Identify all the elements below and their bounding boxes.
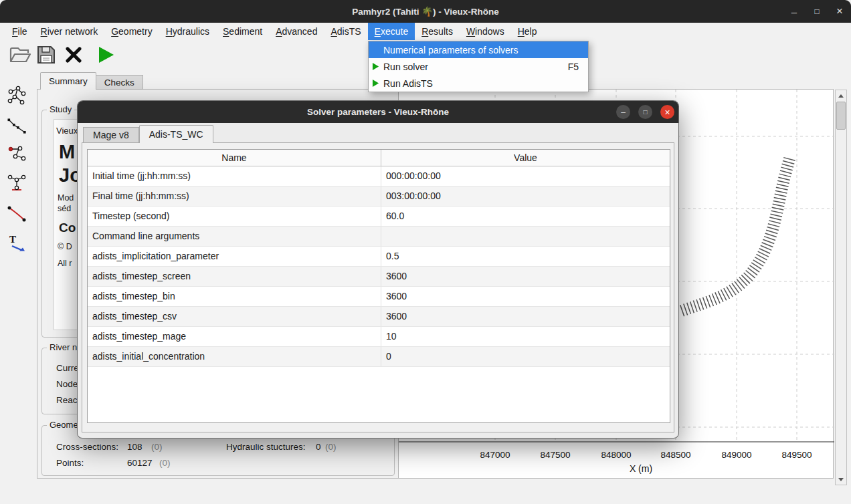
param-row[interactable]: adists_implicitation_parameter0.5: [88, 247, 670, 267]
param-name-cell[interactable]: adists_implicitation_parameter: [88, 247, 381, 266]
maximize-icon[interactable]: □: [806, 0, 828, 23]
dialog-tab-mage-v8[interactable]: Mage v8: [83, 127, 139, 143]
points-label: Points:: [56, 458, 84, 468]
dialog-tab-pane: Name Value Initial time (jj:hh:mm:ss)000…: [82, 142, 674, 432]
nodes-tool[interactable]: [5, 143, 29, 166]
menubar-item-help[interactable]: Help: [511, 23, 544, 40]
param-value-cell[interactable]: 003:00:00:00: [381, 186, 670, 206]
param-value-cell[interactable]: 60.0: [381, 207, 670, 226]
vertical-scrollbar[interactable]: [835, 90, 847, 485]
param-name-cell[interactable]: Command line arguments: [88, 227, 381, 246]
menubar-item-file[interactable]: File: [5, 23, 34, 40]
param-row[interactable]: adists_timestep_csv3600: [88, 307, 670, 327]
menubar-item-windows[interactable]: Windows: [460, 23, 511, 40]
close-icon: ×: [664, 108, 670, 117]
param-name-cell[interactable]: adists_initial_concentration: [88, 347, 381, 366]
save-button[interactable]: [33, 41, 59, 68]
menu-item-run-adists[interactable]: Run AdisTS: [369, 75, 588, 92]
menu-item-label: Run solver: [383, 61, 560, 72]
scroll-down-icon[interactable]: [836, 474, 846, 485]
param-name-cell[interactable]: Initial time (jj:hh:mm:ss): [88, 166, 381, 186]
copyright-text: © D: [58, 242, 72, 251]
play-icon: [371, 63, 380, 70]
param-value-cell[interactable]: [381, 227, 670, 246]
study-group-label: Study: [47, 104, 74, 114]
menubar-item-results[interactable]: Results: [415, 23, 460, 40]
maximize-icon: □: [643, 109, 647, 116]
translate-tool-icon: T: [7, 233, 27, 253]
param-name-cell[interactable]: Timestep (second): [88, 207, 381, 226]
dialog-close-button[interactable]: ×: [660, 105, 674, 119]
column-header-name[interactable]: Name: [88, 150, 381, 166]
river-network-tool[interactable]: [5, 84, 29, 107]
reach-tool[interactable]: [5, 172, 29, 195]
param-name-cell[interactable]: adists_timestep_screen: [88, 267, 381, 286]
window-title: Pamhyr2 (Tahiti 🌴) - Vieux-Rhône: [352, 6, 499, 17]
param-name-cell[interactable]: adists_timestep_mage: [88, 327, 381, 346]
param-value-cell[interactable]: 3600: [381, 267, 670, 286]
cross-sections-suffix: (0): [151, 442, 163, 452]
open-button[interactable]: [7, 41, 33, 68]
structures-label: Hydraulic stuctures:: [226, 442, 306, 452]
translate-tool[interactable]: T: [5, 231, 29, 254]
param-row[interactable]: adists_timestep_mage10: [88, 327, 670, 347]
x-axis-tick-label: 848500: [660, 450, 690, 460]
param-row[interactable]: Final time (jj:hh:mm:ss)003:00:00:00: [88, 186, 670, 207]
rights-text: All r: [58, 259, 72, 268]
slope-tool[interactable]: [5, 203, 29, 225]
x-axis-tick-label: 849000: [721, 450, 751, 460]
menubar-item-geometry[interactable]: Geometry: [104, 23, 159, 40]
param-row[interactable]: adists_timestep_bin3600: [88, 287, 670, 307]
menubar-item-adists[interactable]: AdisTS: [324, 23, 367, 40]
param-value-cell[interactable]: 000:00:00:00: [381, 166, 670, 186]
table-header-row: Name Value: [88, 150, 670, 166]
menubar-item-advanced[interactable]: Advanced: [269, 23, 324, 40]
param-value-cell[interactable]: 0: [381, 347, 670, 366]
window-controls: – □ ×: [783, 0, 851, 23]
scrollbar-thumb[interactable]: [836, 102, 846, 130]
scroll-up-icon[interactable]: [836, 90, 846, 101]
param-row[interactable]: adists_timestep_screen3600: [88, 267, 670, 287]
study-heading-line1: M: [59, 141, 75, 163]
param-name-cell[interactable]: adists_timestep_csv: [88, 307, 381, 326]
play-icon: [371, 80, 380, 87]
param-name-cell[interactable]: adists_timestep_bin: [88, 287, 381, 306]
menu-item-numerical-parameters-of-solvers[interactable]: Numerical parameters of solvers: [369, 41, 588, 58]
param-value-cell[interactable]: 3600: [381, 307, 670, 326]
tab-checks[interactable]: Checks: [96, 75, 143, 90]
param-name-cell[interactable]: Final time (jj:hh:mm:ss): [88, 186, 381, 206]
geometry-group-label: Geome: [47, 420, 81, 430]
menubar: FileRiver networkGeometryHydraulicsSedim…: [0, 23, 851, 40]
menu-item-label: Numerical parameters of solvers: [383, 45, 571, 55]
points-value: 60127: [127, 458, 153, 468]
param-row[interactable]: Command line arguments: [88, 227, 670, 247]
close-icon[interactable]: ×: [828, 0, 851, 23]
column-header-value[interactable]: Value: [381, 150, 670, 166]
param-row[interactable]: adists_initial_concentration0: [88, 347, 670, 367]
execute-menu-popup: Numerical parameters of solvers Run solv…: [368, 41, 589, 92]
run-solver-button[interactable]: [93, 41, 118, 68]
run-icon: [96, 45, 115, 64]
x-axis-label: X (m): [630, 463, 652, 474]
param-value-cell[interactable]: 0.5: [381, 247, 670, 266]
menubar-item-hydraulics[interactable]: Hydraulics: [159, 23, 216, 40]
study-subheading: Co: [59, 221, 76, 235]
tab-summary[interactable]: Summary: [40, 72, 96, 90]
param-value-cell[interactable]: 10: [381, 327, 670, 346]
dialog-tab-adis-ts-wc[interactable]: Adis-TS_WC: [139, 125, 213, 143]
close-study-button[interactable]: [61, 41, 86, 68]
menubar-item-execute[interactable]: Execute: [368, 23, 415, 40]
x-axis-tick-label: 848000: [601, 450, 631, 460]
minimize-icon[interactable]: –: [783, 0, 806, 23]
river-row-nodes: Node: [56, 379, 78, 389]
param-row[interactable]: Timestep (second)60.0: [88, 207, 670, 227]
menubar-item-river-network[interactable]: River network: [34, 23, 105, 40]
param-row[interactable]: Initial time (jj:hh:mm:ss)000:00:00:00: [88, 166, 670, 186]
menu-item-shortcut: F5: [568, 61, 579, 72]
dialog-maximize-button[interactable]: □: [638, 105, 652, 119]
dialog-minimize-button[interactable]: –: [616, 105, 630, 119]
profile-tool[interactable]: [5, 115, 29, 138]
menubar-item-sediment[interactable]: Sediment: [216, 23, 269, 40]
menu-item-run-solver[interactable]: Run solver F5: [369, 58, 588, 75]
param-value-cell[interactable]: 3600: [381, 287, 670, 306]
